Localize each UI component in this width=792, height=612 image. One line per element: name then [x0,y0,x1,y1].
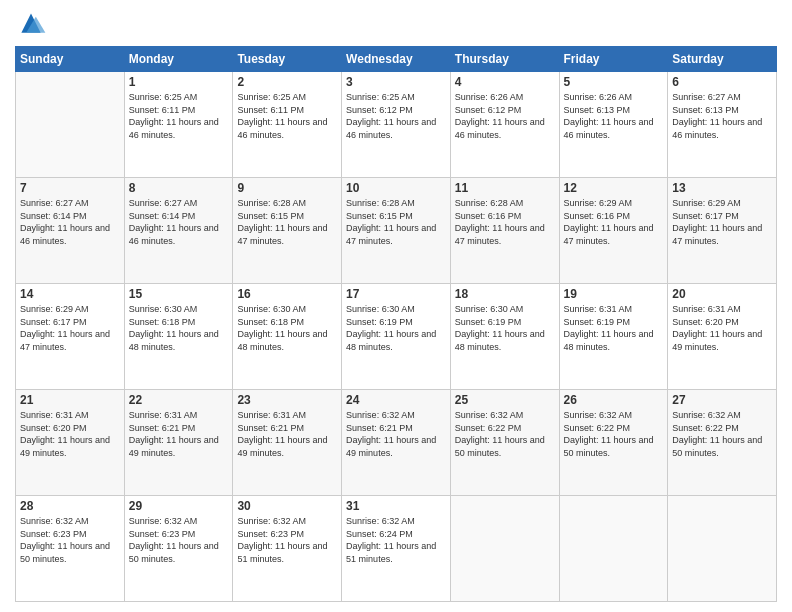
day-info: Sunrise: 6:32 AM Sunset: 6:22 PM Dayligh… [564,409,664,459]
day-info: Sunrise: 6:31 AM Sunset: 6:21 PM Dayligh… [129,409,229,459]
day-number: 21 [20,393,120,407]
calendar-week-2: 7Sunrise: 6:27 AM Sunset: 6:14 PM Daylig… [16,178,777,284]
calendar-cell: 15Sunrise: 6:30 AM Sunset: 6:18 PM Dayli… [124,284,233,390]
day-number: 23 [237,393,337,407]
day-info: Sunrise: 6:29 AM Sunset: 6:16 PM Dayligh… [564,197,664,247]
weekday-tuesday: Tuesday [233,47,342,72]
calendar-cell: 3Sunrise: 6:25 AM Sunset: 6:12 PM Daylig… [342,72,451,178]
day-number: 9 [237,181,337,195]
calendar-week-1: 1Sunrise: 6:25 AM Sunset: 6:11 PM Daylig… [16,72,777,178]
day-number: 5 [564,75,664,89]
day-info: Sunrise: 6:27 AM Sunset: 6:14 PM Dayligh… [129,197,229,247]
calendar-cell [668,496,777,602]
logo [15,10,51,38]
day-number: 15 [129,287,229,301]
day-number: 11 [455,181,555,195]
calendar-cell: 25Sunrise: 6:32 AM Sunset: 6:22 PM Dayli… [450,390,559,496]
day-number: 2 [237,75,337,89]
calendar-cell: 14Sunrise: 6:29 AM Sunset: 6:17 PM Dayli… [16,284,125,390]
calendar-cell: 28Sunrise: 6:32 AM Sunset: 6:23 PM Dayli… [16,496,125,602]
day-info: Sunrise: 6:25 AM Sunset: 6:12 PM Dayligh… [346,91,446,141]
day-number: 16 [237,287,337,301]
day-number: 20 [672,287,772,301]
day-info: Sunrise: 6:31 AM Sunset: 6:19 PM Dayligh… [564,303,664,353]
day-info: Sunrise: 6:32 AM Sunset: 6:23 PM Dayligh… [129,515,229,565]
calendar-cell: 17Sunrise: 6:30 AM Sunset: 6:19 PM Dayli… [342,284,451,390]
day-info: Sunrise: 6:31 AM Sunset: 6:20 PM Dayligh… [672,303,772,353]
day-info: Sunrise: 6:31 AM Sunset: 6:20 PM Dayligh… [20,409,120,459]
calendar-cell: 1Sunrise: 6:25 AM Sunset: 6:11 PM Daylig… [124,72,233,178]
calendar-cell: 11Sunrise: 6:28 AM Sunset: 6:16 PM Dayli… [450,178,559,284]
calendar-cell: 7Sunrise: 6:27 AM Sunset: 6:14 PM Daylig… [16,178,125,284]
day-number: 18 [455,287,555,301]
header [15,10,777,38]
day-info: Sunrise: 6:30 AM Sunset: 6:19 PM Dayligh… [455,303,555,353]
calendar-cell: 13Sunrise: 6:29 AM Sunset: 6:17 PM Dayli… [668,178,777,284]
calendar-cell: 5Sunrise: 6:26 AM Sunset: 6:13 PM Daylig… [559,72,668,178]
day-info: Sunrise: 6:30 AM Sunset: 6:18 PM Dayligh… [237,303,337,353]
day-number: 1 [129,75,229,89]
calendar-table: SundayMondayTuesdayWednesdayThursdayFrid… [15,46,777,602]
calendar-cell: 10Sunrise: 6:28 AM Sunset: 6:15 PM Dayli… [342,178,451,284]
day-number: 29 [129,499,229,513]
day-info: Sunrise: 6:26 AM Sunset: 6:13 PM Dayligh… [564,91,664,141]
calendar-cell: 16Sunrise: 6:30 AM Sunset: 6:18 PM Dayli… [233,284,342,390]
day-number: 31 [346,499,446,513]
calendar-cell: 12Sunrise: 6:29 AM Sunset: 6:16 PM Dayli… [559,178,668,284]
calendar-cell: 29Sunrise: 6:32 AM Sunset: 6:23 PM Dayli… [124,496,233,602]
calendar-cell: 30Sunrise: 6:32 AM Sunset: 6:23 PM Dayli… [233,496,342,602]
calendar-cell: 9Sunrise: 6:28 AM Sunset: 6:15 PM Daylig… [233,178,342,284]
weekday-friday: Friday [559,47,668,72]
day-number: 19 [564,287,664,301]
calendar-cell: 8Sunrise: 6:27 AM Sunset: 6:14 PM Daylig… [124,178,233,284]
day-info: Sunrise: 6:27 AM Sunset: 6:14 PM Dayligh… [20,197,120,247]
calendar-cell [559,496,668,602]
day-number: 14 [20,287,120,301]
day-info: Sunrise: 6:32 AM Sunset: 6:22 PM Dayligh… [672,409,772,459]
day-number: 12 [564,181,664,195]
calendar-week-3: 14Sunrise: 6:29 AM Sunset: 6:17 PM Dayli… [16,284,777,390]
calendar-cell: 26Sunrise: 6:32 AM Sunset: 6:22 PM Dayli… [559,390,668,496]
calendar-cell: 22Sunrise: 6:31 AM Sunset: 6:21 PM Dayli… [124,390,233,496]
day-info: Sunrise: 6:30 AM Sunset: 6:18 PM Dayligh… [129,303,229,353]
day-info: Sunrise: 6:32 AM Sunset: 6:24 PM Dayligh… [346,515,446,565]
day-info: Sunrise: 6:32 AM Sunset: 6:21 PM Dayligh… [346,409,446,459]
day-info: Sunrise: 6:28 AM Sunset: 6:16 PM Dayligh… [455,197,555,247]
weekday-wednesday: Wednesday [342,47,451,72]
calendar-cell: 4Sunrise: 6:26 AM Sunset: 6:12 PM Daylig… [450,72,559,178]
calendar-cell: 23Sunrise: 6:31 AM Sunset: 6:21 PM Dayli… [233,390,342,496]
day-number: 4 [455,75,555,89]
calendar-cell: 21Sunrise: 6:31 AM Sunset: 6:20 PM Dayli… [16,390,125,496]
day-number: 22 [129,393,229,407]
day-number: 6 [672,75,772,89]
calendar-cell: 19Sunrise: 6:31 AM Sunset: 6:19 PM Dayli… [559,284,668,390]
day-info: Sunrise: 6:25 AM Sunset: 6:11 PM Dayligh… [237,91,337,141]
day-number: 27 [672,393,772,407]
day-info: Sunrise: 6:26 AM Sunset: 6:12 PM Dayligh… [455,91,555,141]
day-info: Sunrise: 6:30 AM Sunset: 6:19 PM Dayligh… [346,303,446,353]
day-info: Sunrise: 6:29 AM Sunset: 6:17 PM Dayligh… [672,197,772,247]
calendar-cell [16,72,125,178]
weekday-thursday: Thursday [450,47,559,72]
calendar-cell: 20Sunrise: 6:31 AM Sunset: 6:20 PM Dayli… [668,284,777,390]
day-info: Sunrise: 6:31 AM Sunset: 6:21 PM Dayligh… [237,409,337,459]
calendar-cell: 18Sunrise: 6:30 AM Sunset: 6:19 PM Dayli… [450,284,559,390]
page: SundayMondayTuesdayWednesdayThursdayFrid… [0,0,792,612]
day-number: 3 [346,75,446,89]
day-info: Sunrise: 6:32 AM Sunset: 6:23 PM Dayligh… [20,515,120,565]
weekday-sunday: Sunday [16,47,125,72]
day-info: Sunrise: 6:27 AM Sunset: 6:13 PM Dayligh… [672,91,772,141]
calendar-cell: 27Sunrise: 6:32 AM Sunset: 6:22 PM Dayli… [668,390,777,496]
day-number: 7 [20,181,120,195]
calendar-cell [450,496,559,602]
day-number: 25 [455,393,555,407]
day-number: 10 [346,181,446,195]
day-info: Sunrise: 6:28 AM Sunset: 6:15 PM Dayligh… [237,197,337,247]
calendar-cell: 2Sunrise: 6:25 AM Sunset: 6:11 PM Daylig… [233,72,342,178]
day-number: 26 [564,393,664,407]
calendar-week-5: 28Sunrise: 6:32 AM Sunset: 6:23 PM Dayli… [16,496,777,602]
calendar-cell: 6Sunrise: 6:27 AM Sunset: 6:13 PM Daylig… [668,72,777,178]
weekday-monday: Monday [124,47,233,72]
day-info: Sunrise: 6:32 AM Sunset: 6:23 PM Dayligh… [237,515,337,565]
day-number: 28 [20,499,120,513]
